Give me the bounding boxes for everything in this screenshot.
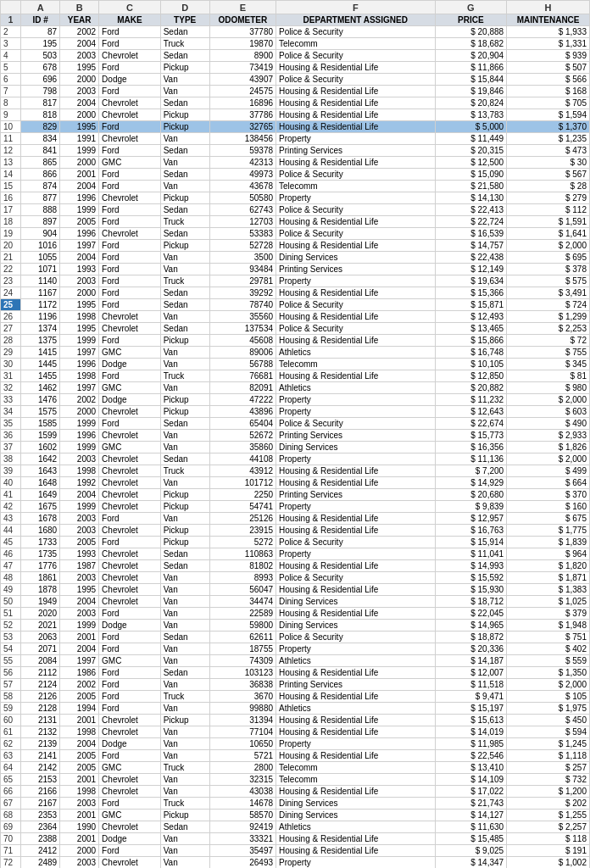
cell-department[interactable]: Dining Services [276,810,435,821]
cell-year[interactable]: 2000 [60,287,99,299]
cell-type[interactable]: Van [160,655,209,667]
cell-maintenance[interactable]: $ 1,331 [507,38,590,50]
cell-make[interactable]: Chevrolet [99,133,161,145]
cell-maintenance[interactable]: $ 168 [507,86,590,97]
cell-odometer[interactable]: 81802 [209,560,276,572]
cell-odometer[interactable]: 49973 [209,169,276,181]
cell-department[interactable]: Housing & Residential Life [276,109,435,121]
cell-price[interactable]: $ 20,888 [435,26,507,38]
cell-department[interactable]: Police & Security [276,204,435,216]
cell-price[interactable]: $ 10,105 [435,359,507,370]
cell-year[interactable]: 2002 [60,394,99,406]
cell-make[interactable]: Chevrolet [99,774,161,786]
cell-department[interactable]: Housing & Residential Life [276,608,435,620]
cell-department[interactable]: Police & Security [276,26,435,38]
cell-department[interactable]: Housing & Residential Life [276,157,435,169]
cell-maintenance[interactable]: $ 2,933 [507,430,590,442]
cell-price[interactable]: $ 13,410 [435,762,507,774]
cell-department[interactable]: Housing & Residential Life [276,525,435,537]
cell-id[interactable]: 1575 [21,406,60,418]
cell-department[interactable]: Housing & Residential Life [276,691,435,703]
cell-odometer[interactable]: 53383 [209,228,276,240]
cell-id[interactable]: 1776 [21,560,60,572]
cell-odometer[interactable]: 43038 [209,786,276,798]
cell-id[interactable]: 2142 [21,762,60,774]
cell-department[interactable]: Property [276,501,435,513]
cell-type[interactable]: Van [160,857,209,869]
cell-maintenance[interactable]: $ 603 [507,406,590,418]
cell-odometer[interactable]: 5272 [209,537,276,548]
cell-year[interactable]: 1992 [60,477,99,489]
cell-price[interactable]: $ 22,413 [435,204,507,216]
cell-year[interactable]: 1999 [60,204,99,216]
cell-year[interactable]: 2003 [60,572,99,584]
cell-type[interactable]: Van [160,477,209,489]
cell-department[interactable]: Housing & Residential Life [276,287,435,299]
cell-id[interactable]: 1055 [21,252,60,264]
cell-type[interactable]: Pickup [160,62,209,74]
cell-make[interactable]: Chevrolet [99,477,161,489]
cell-price[interactable]: $ 21,743 [435,798,507,810]
cell-price[interactable]: $ 20,315 [435,145,507,157]
cell-type[interactable]: Sedan [160,97,209,109]
cell-year[interactable]: 2004 [60,643,99,655]
cell-type[interactable]: Van [160,738,209,750]
cell-year[interactable]: 1998 [60,465,99,477]
cell-id[interactable]: 87 [21,26,60,38]
cell-type[interactable]: Sedan [160,287,209,299]
cell-type[interactable]: Van [160,786,209,798]
cell-price[interactable]: $ 11,449 [435,133,507,145]
cell-department[interactable]: Housing & Residential Life [276,216,435,228]
cell-department[interactable]: Athletics [276,821,435,833]
cell-maintenance[interactable]: $ 3,491 [507,287,590,299]
col-header-g[interactable]: G [435,1,507,14]
cell-make[interactable]: Chevrolet [99,323,161,335]
cell-department[interactable]: Housing & Residential Life [276,584,435,596]
cell-department[interactable]: Property [276,453,435,465]
cell-odometer[interactable]: 74309 [209,655,276,667]
cell-maintenance[interactable]: $ 2,000 [507,679,590,691]
cell-year[interactable]: 1987 [60,560,99,572]
cell-maintenance[interactable]: $ 1,370 [507,121,590,133]
cell-department[interactable]: Property [276,857,435,869]
cell-id[interactable]: 1196 [21,311,60,323]
cell-year[interactable]: 1998 [60,370,99,382]
cell-price[interactable]: $ 21,580 [435,181,507,192]
cell-maintenance[interactable]: $ 1,245 [507,738,590,750]
cell-odometer[interactable]: 43678 [209,181,276,192]
cell-price[interactable]: $ 20,336 [435,643,507,655]
cell-price[interactable]: $ 12,493 [435,311,507,323]
cell-year[interactable]: 1993 [60,264,99,275]
cell-odometer[interactable]: 5721 [209,750,276,762]
cell-year[interactable]: 1991 [60,133,99,145]
cell-type[interactable]: Van [160,845,209,857]
cell-maintenance[interactable]: $ 1,255 [507,810,590,821]
cell-id[interactable]: 2112 [21,667,60,679]
cell-year[interactable]: 1997 [60,382,99,394]
cell-maintenance[interactable]: $ 378 [507,264,590,275]
cell-year[interactable]: 1986 [60,667,99,679]
cell-price[interactable]: $ 14,019 [435,726,507,738]
cell-type[interactable]: Van [160,347,209,359]
cell-department[interactable]: Housing & Residential Life [276,560,435,572]
cell-make[interactable]: Chevrolet [99,786,161,798]
cell-make[interactable]: Ford [99,145,161,157]
cell-department[interactable]: Housing & Residential Life [276,465,435,477]
cell-type[interactable]: Van [160,833,209,845]
cell-odometer[interactable]: 8993 [209,572,276,584]
cell-department[interactable]: Housing & Residential Life [276,335,435,347]
cell-id[interactable]: 818 [21,109,60,121]
cell-maintenance[interactable]: $ 1,350 [507,667,590,679]
cell-type[interactable]: Pickup [160,192,209,204]
cell-odometer[interactable]: 18755 [209,643,276,655]
cell-type[interactable]: Truck [160,370,209,382]
cell-id[interactable]: 2063 [21,632,60,643]
cell-department[interactable]: Police & Security [276,323,435,335]
cell-make[interactable]: Ford [99,181,161,192]
cell-odometer[interactable]: 29781 [209,275,276,287]
cell-year[interactable]: 2003 [60,50,99,62]
cell-year[interactable]: 2001 [60,169,99,181]
cell-year[interactable]: 1999 [60,418,99,430]
cell-odometer[interactable]: 73419 [209,62,276,74]
cell-type[interactable]: Sedan [160,667,209,679]
